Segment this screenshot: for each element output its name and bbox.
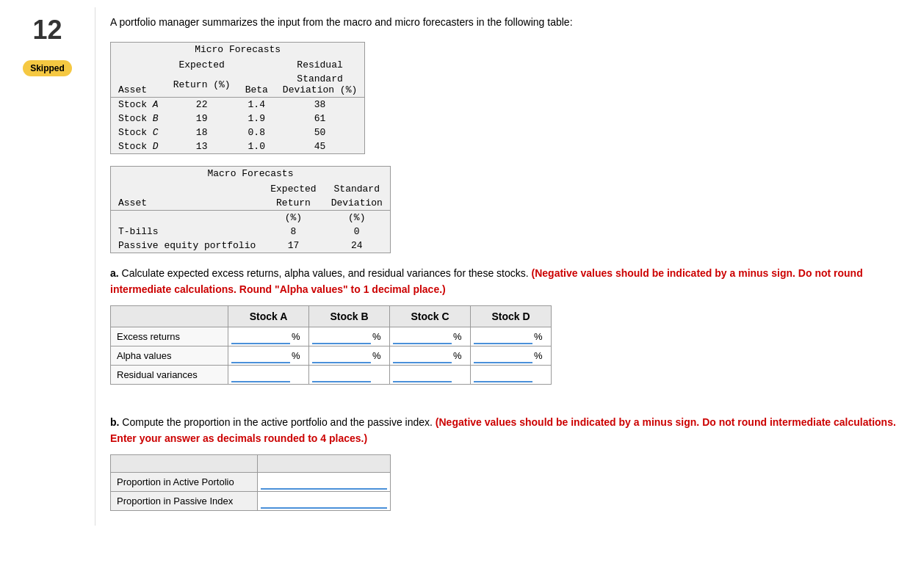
macro-col-std: Standard	[324, 182, 391, 196]
proportion-active-input[interactable]	[261, 474, 387, 490]
table-row: Excess returns % %	[111, 327, 552, 346]
alpha-b-cell[interactable]: %	[309, 346, 390, 365]
proportion-passive-cell[interactable]	[258, 491, 391, 510]
alpha-d-cell[interactable]: %	[471, 346, 552, 365]
micro-row-stocka-label: Stock A	[111, 98, 166, 112]
micro-row-stockc-ret: 18	[166, 126, 238, 139]
proportion-active-cell[interactable]	[258, 472, 391, 491]
micro-row-stockc-resid: 50	[275, 126, 365, 139]
micro-col-residual1: Residual	[275, 58, 365, 72]
micro-row-stockb-label: Stock B	[111, 112, 166, 126]
macro-title: Macro Forecasts	[111, 167, 391, 183]
micro-col-return: Return (%)	[166, 72, 238, 98]
macro-forecasts-table: Macro Forecasts Asset Expected Standard …	[110, 166, 391, 253]
micro-col-asset: Asset	[111, 58, 166, 98]
status-badge: Skipped	[23, 60, 72, 76]
resvar-b-cell[interactable]	[309, 365, 390, 384]
sidebar: 12 Skipped	[0, 7, 95, 526]
alpha-values-label: Alpha values	[111, 346, 228, 365]
main-content: A portfolio manager summarizes the input…	[95, 7, 921, 526]
alpha-c-input[interactable]	[393, 348, 452, 363]
micro-row-stockd-resid: 45	[275, 139, 365, 154]
micro-title: Micro Forecasts	[111, 43, 365, 59]
alpha-c-cell[interactable]: %	[390, 346, 471, 365]
resvar-a-input[interactable]	[231, 367, 290, 382]
macro-col-pct1: (%)	[263, 211, 323, 225]
alpha-a-pct: %	[292, 350, 300, 361]
macro-col-return: Return	[263, 196, 323, 211]
proportion-active-label: Proportion in Active Portolio	[111, 472, 258, 491]
section-b-text: Compute the proportion in the active por…	[122, 416, 433, 428]
micro-forecasts-table: Micro Forecasts Asset Expected Beta Resi…	[110, 42, 365, 154]
alpha-c-pct: %	[453, 350, 462, 361]
proportion-header-empty	[111, 454, 258, 472]
macro-row-tbills-label: T-bills	[111, 225, 264, 239]
micro-row-stockd-ret: 13	[166, 139, 238, 154]
micro-row-stockd-label: Stock D	[111, 139, 166, 154]
alpha-a-cell[interactable]: %	[228, 346, 309, 365]
excess-a-pct: %	[292, 331, 300, 342]
answer-col-stockc: Stock C	[390, 305, 471, 327]
alpha-a-input[interactable]	[231, 348, 290, 363]
excess-a-cell[interactable]: %	[228, 327, 309, 346]
macro-row-tbills-std: 0	[324, 225, 391, 239]
excess-d-input[interactable]	[474, 329, 532, 344]
excess-c-cell[interactable]: %	[390, 327, 471, 346]
resvar-d-input[interactable]	[474, 367, 532, 382]
macro-col-pct2: (%)	[324, 211, 391, 225]
micro-row-stockb-beta: 1.9	[238, 112, 275, 126]
resvar-b-input[interactable]	[312, 367, 371, 382]
excess-b-input[interactable]	[312, 329, 371, 344]
table-row: Proportion in Active Portolio	[111, 472, 391, 491]
excess-d-pct: %	[534, 331, 543, 342]
macro-row-tbills-ret: 8	[263, 225, 323, 239]
table-row: Proportion in Passive Index	[111, 491, 391, 510]
section-b-label: b. Compute the proportion in the active …	[110, 414, 899, 447]
resvar-c-cell[interactable]	[390, 365, 471, 384]
alpha-b-input[interactable]	[312, 348, 371, 363]
answer-col-stockd: Stock D	[471, 305, 552, 327]
macro-row-passive-ret: 17	[263, 239, 323, 253]
macro-col-expected: Expected	[263, 182, 323, 196]
excess-c-input[interactable]	[393, 329, 452, 344]
micro-row-stockb-ret: 19	[166, 112, 238, 126]
answer-table-empty-header	[111, 305, 228, 327]
macro-row-passive-std: 24	[324, 239, 391, 253]
table-row: Alpha values % %	[111, 346, 552, 365]
micro-col-beta: Beta	[238, 58, 275, 98]
excess-returns-label: Excess returns	[111, 327, 228, 346]
excess-a-input[interactable]	[231, 329, 290, 344]
section-a-letter: a.	[110, 267, 119, 279]
section-a-label: a. Calculate expected excess returns, al…	[110, 265, 899, 298]
excess-d-cell[interactable]: %	[471, 327, 552, 346]
proportion-table: Proportion in Active Portolio Proportion…	[110, 454, 391, 511]
resvar-c-input[interactable]	[393, 367, 452, 382]
micro-row-stocka-resid: 38	[275, 98, 365, 112]
proportion-passive-label: Proportion in Passive Index	[111, 491, 258, 510]
answer-col-stockb: Stock B	[309, 305, 390, 327]
answer-col-stocka: Stock A	[228, 305, 309, 327]
micro-col-stddev: StandardDeviation (%)	[275, 72, 365, 98]
section-a-table: Stock A Stock B Stock C Stock D Excess r…	[110, 305, 552, 385]
macro-row-passive-label: Passive equity portfolio	[111, 239, 264, 253]
micro-row-stockc-label: Stock C	[111, 126, 166, 139]
resvar-a-cell[interactable]	[228, 365, 309, 384]
micro-row-stocka-beta: 1.4	[238, 98, 275, 112]
macro-col-asset: Asset	[111, 182, 264, 211]
proportion-header-value	[258, 454, 391, 472]
alpha-b-pct: %	[372, 350, 381, 361]
alpha-d-input[interactable]	[474, 348, 532, 363]
section-a-text: Calculate expected excess returns, alpha…	[122, 267, 529, 279]
section-b-letter: b.	[110, 416, 119, 428]
micro-row-stockc-beta: 0.8	[238, 126, 275, 139]
resvar-d-cell[interactable]	[471, 365, 552, 384]
macro-col-deviation: Deviation	[324, 196, 391, 211]
micro-row-stockd-beta: 1.0	[238, 139, 275, 154]
macro-col-asset2	[111, 211, 264, 225]
micro-col-expected: Expected	[166, 58, 238, 72]
micro-row-stocka-ret: 22	[166, 98, 238, 112]
table-row: Residual variances	[111, 365, 552, 384]
excess-b-cell[interactable]: %	[309, 327, 390, 346]
proportion-passive-input[interactable]	[261, 493, 387, 509]
question-number: 12	[32, 15, 62, 46]
